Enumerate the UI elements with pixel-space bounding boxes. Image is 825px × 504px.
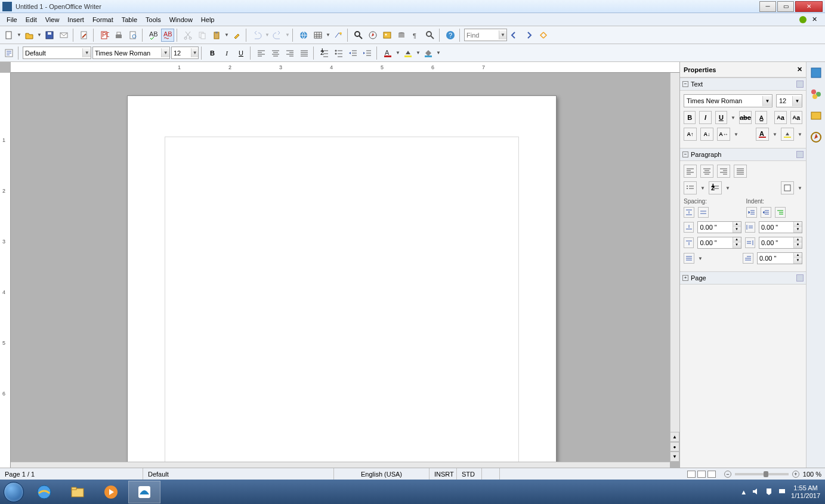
space-above-input[interactable] [698,222,732,233]
prop-shrink-button[interactable]: A↓ [700,128,713,141]
navigator-button[interactable] [366,29,379,42]
properties-close-icon[interactable]: ✕ [797,66,802,73]
font-name-combo[interactable]: ▼ [92,47,170,59]
email-button[interactable] [57,29,70,42]
decrease-indent-button[interactable] [347,47,360,60]
find-prev-button[interactable] [508,29,521,42]
status-language[interactable]: English (USA) [334,468,430,480]
font-name-input[interactable] [95,50,161,57]
para-numbering-button[interactable]: 12 [709,181,722,194]
prop-sub-button[interactable]: Aa [790,111,802,124]
section-more-icon[interactable] [796,151,804,158]
gallery-button[interactable] [381,29,394,42]
down-arrow[interactable]: ▼ [793,227,802,233]
table-menu-arrow[interactable]: ▼ [326,32,330,38]
down-arrow[interactable]: ▼ [793,258,802,264]
increase-indent-button2[interactable] [746,207,757,218]
save-button[interactable] [43,29,56,42]
down-arrow[interactable]: ▼ [793,243,802,248]
prop-bold-button[interactable]: B [684,111,696,124]
help-button[interactable]: ? [444,29,457,42]
up-arrow[interactable]: ▲ [793,253,802,258]
italic-button[interactable]: I [220,47,233,60]
zoom-slider[interactable] [735,473,789,475]
new-button[interactable] [2,29,16,42]
prop-highlight-button[interactable] [781,128,794,141]
menu-insert[interactable]: Insert [63,16,88,23]
prop-italic-button[interactable]: I [699,111,711,124]
export-pdf-button[interactable]: PDF [98,29,111,42]
undo-menu-arrow[interactable]: ▼ [265,32,270,38]
copy-button[interactable] [196,29,209,42]
single-page-icon[interactable] [687,471,696,478]
style-arrow[interactable]: ▼ [82,48,91,57]
minimize-button[interactable]: ─ [759,1,776,12]
maximize-button[interactable]: ▭ [777,1,794,12]
find-all-button[interactable] [537,29,550,42]
status-signature[interactable] [482,468,500,480]
menu-view[interactable]: View [41,16,64,23]
prop-font-combo[interactable]: Times New Roman ▼ [684,94,773,107]
align-left-button[interactable] [255,47,268,60]
find-replace-button[interactable] [352,29,365,42]
menu-help[interactable]: Help [197,16,219,23]
indent-first-input[interactable] [758,253,793,264]
para-justify-button[interactable] [734,165,747,178]
prop-underline-button[interactable]: U [715,111,727,124]
indent-first-spinner[interactable]: ▲▼ [757,252,802,264]
menu-tools[interactable]: Tools [141,16,165,23]
bold-button[interactable]: B [206,47,219,60]
up-arrow[interactable]: ▲ [793,222,802,227]
taskbar-ie-icon[interactable] [28,481,60,503]
font-color-arrow[interactable]: ▼ [395,50,400,55]
book-view-icon[interactable] [707,471,716,478]
spacing-arrow[interactable]: ▼ [734,132,739,137]
space-below-input[interactable] [698,237,732,248]
collapse-icon[interactable]: − [682,151,688,157]
paste-menu-arrow[interactable]: ▼ [224,32,229,38]
undo-button[interactable] [251,29,264,42]
status-selection-mode[interactable]: STD [457,468,482,480]
space-above-spinner[interactable]: ▲▼ [697,221,741,233]
zoom-button[interactable] [424,29,437,42]
font-size-combo[interactable]: ▼ [171,47,199,59]
auto-spellcheck-button[interactable]: ABC [161,29,174,42]
up-arrow[interactable]: ▲ [793,237,802,243]
linespacing-arrow[interactable]: ▼ [698,256,703,261]
nonprinting-button[interactable]: ¶ [409,29,422,42]
find-next-button[interactable] [523,29,536,42]
print-preview-button[interactable] [126,29,140,42]
zoom-out-button[interactable]: − [724,471,731,478]
section-page-header[interactable]: + Page [680,271,806,285]
next-page-button[interactable]: ▼ [670,452,679,462]
prop-font-color-button[interactable]: A [756,128,769,141]
font-color-button[interactable]: A [381,47,394,60]
spellcheck-button[interactable]: ABC [147,29,160,42]
data-sources-button[interactable] [395,29,408,42]
indent-right-input[interactable] [759,237,793,248]
update-icon[interactable] [799,16,807,24]
taskbar-explorer-icon[interactable] [61,481,94,503]
prop-size-combo[interactable]: 12 ▼ [776,94,802,107]
new-menu-arrow[interactable]: ▼ [17,32,21,38]
increase-spacing-button[interactable] [684,207,694,218]
cut-button[interactable] [181,29,194,42]
open-button[interactable] [23,29,36,42]
nav-select-button[interactable]: ● [670,442,679,452]
zoom-value[interactable]: 100 % [803,471,821,478]
format-paintbrush-button[interactable] [230,29,243,42]
close-button[interactable]: ✕ [795,1,823,12]
tray-clock[interactable]: 1:55 AM 1/11/2017 [791,484,820,500]
tray-network-icon[interactable] [778,487,786,497]
prop-shadow-button[interactable]: A̲ [755,111,767,124]
numbering-arrow[interactable]: ▼ [725,185,730,191]
text-area[interactable] [165,137,519,462]
menu-edit[interactable]: Edit [21,16,41,23]
para-bgcolor-arrow[interactable]: ▼ [798,185,802,191]
page-1[interactable] [127,95,557,462]
justify-button[interactable] [298,47,311,60]
prop-super-button[interactable]: Aa [774,111,786,124]
prop-spacing-button[interactable]: A↔ [717,128,730,141]
bg-color-arrow[interactable]: ▼ [436,50,441,55]
bg-color-button[interactable] [422,47,435,60]
